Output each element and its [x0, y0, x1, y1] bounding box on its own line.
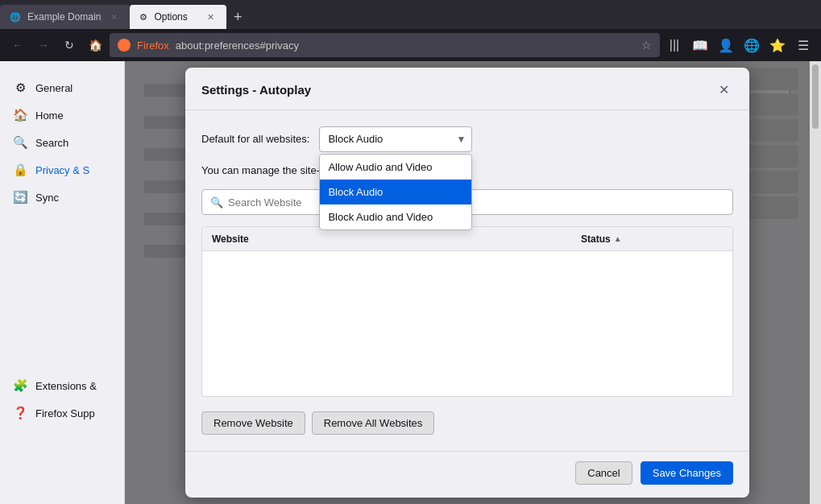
page-scrollbar[interactable] — [810, 61, 821, 504]
forward-button[interactable]: → — [32, 34, 55, 56]
new-tab-button[interactable]: + — [226, 6, 249, 28]
table-col-status: Status ▲ — [571, 233, 732, 245]
tab-example-label: Example Domain — [27, 11, 101, 23]
sidebar-privacy-label: Privacy & S — [35, 164, 89, 176]
account-icon[interactable]: 👤 — [715, 34, 737, 56]
dialog-overlay: Settings - Autoplay ✕ Default for all we… — [125, 61, 810, 504]
firefox-logo — [118, 39, 131, 52]
bookmarks-icon[interactable]: ||| — [663, 34, 686, 56]
dialog-title: Settings - Autoplay — [201, 83, 311, 97]
search-icon: 🔍 — [13, 135, 27, 150]
tab-options-close-button[interactable]: ✕ — [204, 10, 217, 23]
table-col-website: Website — [202, 233, 571, 245]
save-changes-button[interactable]: Save Changes — [641, 461, 733, 485]
dropdown-option-block-all[interactable]: Block Audio and Video — [320, 204, 471, 229]
autoplay-dropdown-container: Block Audio ▼ Allow Audio and Video Bloc… — [319, 126, 472, 152]
menu-icon[interactable]: ☰ — [792, 34, 815, 56]
tab-close-button[interactable]: ✕ — [107, 10, 120, 23]
dropdown-menu: Allow Audio and Video Block Audio Block … — [319, 154, 472, 230]
dialog-footer: Cancel Save Changes — [185, 451, 749, 498]
dialog-close-button[interactable]: ✕ — [714, 81, 733, 100]
extensions-icon: 🧩 — [13, 378, 27, 393]
tab-options-label: Options — [154, 11, 187, 23]
support-icon: ❓ — [13, 406, 27, 420]
sidebar-item-support[interactable]: ❓ Firefox Supp — [0, 399, 124, 427]
sidebar-item-home[interactable]: 🏠 Home — [0, 101, 124, 129]
browser-chrome: 🌐 Example Domain ✕ ⚙ Options ✕ + ← → ↻ 🏠… — [0, 0, 821, 61]
remove-website-button[interactable]: Remove Website — [201, 411, 305, 435]
dropdown-option-allow[interactable]: Allow Audio and Video — [320, 155, 471, 180]
main-content: s... s... s... s... ns... ns... — [125, 61, 810, 504]
tab-example-domain[interactable]: 🌐 Example Domain ✕ — [0, 5, 130, 29]
dialog-body: Default for all websites: Block Audio ▼ … — [185, 110, 749, 451]
default-label: Default for all websites: — [201, 133, 309, 145]
gear-icon: ⚙ — [13, 81, 27, 95]
sidebar-general-label: General — [35, 82, 73, 94]
sidebar-item-general[interactable]: ⚙ General — [0, 74, 124, 101]
sync-icon: 🔄 — [13, 190, 27, 204]
sort-arrow-icon[interactable]: ▲ — [614, 234, 622, 243]
option-allow-label: Allow Audio and Video — [328, 161, 432, 173]
cancel-button[interactable]: Cancel — [575, 461, 632, 485]
sidebar: ⚙ General 🏠 Home 🔍 Search 🔒 Privacy & S … — [0, 61, 125, 504]
reader-view-icon[interactable]: 📖 — [689, 34, 711, 56]
table-header: Website Status ▲ — [202, 227, 732, 251]
sidebar-item-extensions[interactable]: 🧩 Extensions & — [0, 372, 124, 399]
firefox-label: Firefox — [137, 39, 169, 52]
table-empty-area — [202, 251, 732, 396]
collections-icon[interactable]: ⭐ — [766, 34, 789, 56]
sidebar-support-label: Firefox Supp — [35, 407, 95, 419]
content-area: ⚙ General 🏠 Home 🔍 Search 🔒 Privacy & S … — [0, 61, 821, 504]
address-bar[interactable]: Firefox about:preferences#privacy ☆ — [110, 33, 660, 57]
sidebar-search-label: Search — [35, 137, 68, 149]
home-icon: 🏠 — [13, 108, 27, 122]
sidebar-sync-label: Sync — [35, 192, 59, 204]
tab-bar: 🌐 Example Domain ✕ ⚙ Options ✕ + — [0, 0, 821, 29]
remove-buttons-row: Remove Website Remove All Websites — [201, 411, 733, 435]
default-websites-row: Default for all websites: Block Audio ▼ … — [201, 126, 733, 152]
sidebar-extensions-label: Extensions & — [35, 380, 97, 392]
search-website-icon: 🔍 — [210, 196, 223, 209]
home-button[interactable]: 🏠 — [84, 34, 106, 56]
option-block-all-label: Block Audio and Video — [328, 211, 433, 223]
tab-options-favicon: ⚙ — [139, 12, 147, 23]
sidebar-home-label: Home — [35, 109, 64, 122]
dropdown-selected-value: Block Audio — [328, 133, 383, 145]
back-button[interactable]: ← — [6, 34, 29, 56]
bookmark-star-icon[interactable]: ☆ — [641, 39, 652, 52]
toolbar-icons: ||| 📖 👤 🌐 ⭐ ☰ — [663, 34, 815, 56]
dropdown-option-block-audio[interactable]: Block Audio — [320, 180, 471, 204]
search-website-input[interactable] — [228, 196, 724, 209]
tab-options[interactable]: ⚙ Options ✕ — [130, 5, 226, 29]
table-body — [202, 251, 732, 396]
remove-all-websites-button[interactable]: Remove All Websites — [312, 411, 435, 435]
website-table: Website Status ▲ — [201, 226, 733, 397]
autoplay-settings-dialog: Settings - Autoplay ✕ Default for all we… — [185, 68, 749, 498]
scrollbar-thumb — [812, 64, 819, 129]
table-status-label: Status — [581, 233, 611, 245]
sidebar-item-privacy[interactable]: 🔒 Privacy & S — [0, 156, 124, 184]
translate-icon[interactable]: 🌐 — [740, 34, 763, 56]
autoplay-dropdown[interactable]: Block Audio — [319, 126, 472, 152]
address-text: about:preferences#privacy — [176, 39, 635, 52]
nav-bar: ← → ↻ 🏠 Firefox about:preferences#privac… — [0, 29, 821, 61]
lock-icon: 🔒 — [13, 163, 27, 177]
option-block-audio-label: Block Audio — [328, 186, 383, 198]
sidebar-item-sync[interactable]: 🔄 Sync — [0, 184, 124, 211]
tab-favicon: 🌐 — [10, 12, 21, 23]
reload-button[interactable]: ↻ — [58, 34, 81, 56]
dialog-header: Settings - Autoplay ✕ — [185, 68, 749, 110]
sidebar-item-search[interactable]: 🔍 Search — [0, 129, 124, 156]
